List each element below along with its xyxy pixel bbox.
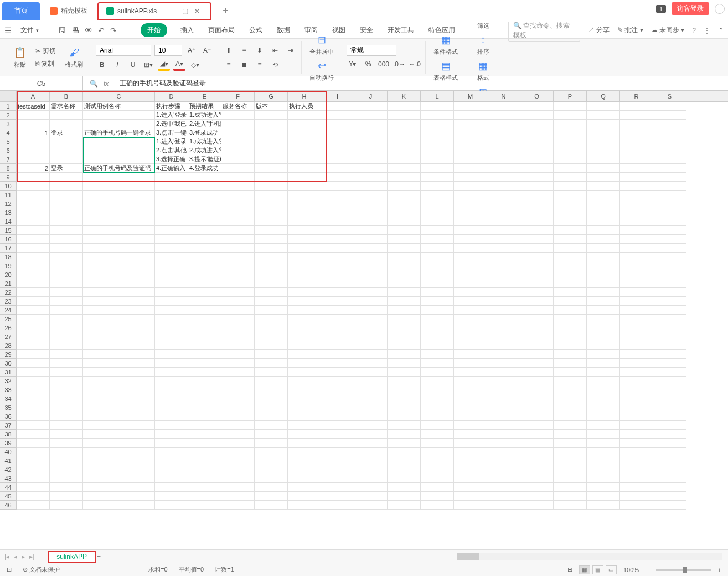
- cell[interactable]: [83, 368, 155, 377]
- cell[interactable]: [221, 288, 255, 297]
- cell[interactable]: [653, 394, 686, 403]
- row-header[interactable]: 5: [0, 137, 17, 146]
- cell[interactable]: [354, 244, 388, 253]
- share-button[interactable]: ↗ 分享: [588, 25, 610, 35]
- cell[interactable]: [188, 288, 221, 297]
- cell[interactable]: [321, 359, 354, 368]
- cell[interactable]: [587, 306, 620, 315]
- cell[interactable]: [554, 270, 587, 279]
- cell[interactable]: [354, 111, 388, 120]
- cell[interactable]: [388, 385, 421, 394]
- cell[interactable]: [587, 323, 620, 332]
- cell[interactable]: [188, 350, 221, 359]
- cell[interactable]: [255, 430, 288, 439]
- cell[interactable]: [221, 368, 255, 377]
- cell[interactable]: [221, 137, 255, 146]
- cell[interactable]: [321, 173, 354, 182]
- cell[interactable]: [50, 377, 83, 385]
- cell[interactable]: [288, 146, 321, 155]
- cell[interactable]: [83, 394, 155, 403]
- cell[interactable]: [321, 306, 354, 315]
- cell[interactable]: [388, 191, 421, 199]
- cell[interactable]: [83, 385, 155, 394]
- collapse-ribbon-icon[interactable]: ⌃: [718, 27, 724, 34]
- cell[interactable]: [421, 474, 454, 483]
- cell[interactable]: [421, 128, 454, 137]
- cell[interactable]: [554, 199, 587, 208]
- cell[interactable]: [620, 164, 653, 173]
- cell[interactable]: [50, 270, 83, 279]
- cell[interactable]: [155, 430, 188, 439]
- cell[interactable]: [221, 474, 255, 483]
- cell[interactable]: [255, 332, 288, 341]
- cell[interactable]: [421, 288, 454, 297]
- cell[interactable]: [17, 456, 50, 465]
- cell[interactable]: [288, 217, 321, 226]
- cell[interactable]: [255, 448, 288, 456]
- cell[interactable]: [388, 253, 421, 261]
- cell[interactable]: [388, 244, 421, 253]
- cell[interactable]: [255, 377, 288, 385]
- col-header[interactable]: D: [155, 91, 188, 101]
- cell[interactable]: [388, 288, 421, 297]
- cell[interactable]: [321, 146, 354, 155]
- cell[interactable]: [653, 377, 686, 385]
- cell[interactable]: [653, 430, 686, 439]
- cell[interactable]: [17, 465, 50, 474]
- cell[interactable]: [554, 350, 587, 359]
- cell[interactable]: [17, 377, 50, 385]
- cell[interactable]: [354, 253, 388, 261]
- view-reading-icon[interactable]: ▭: [606, 565, 617, 574]
- cell[interactable]: [421, 448, 454, 456]
- cell[interactable]: [520, 261, 554, 270]
- cell[interactable]: [321, 155, 354, 164]
- cell[interactable]: [454, 297, 487, 306]
- cell[interactable]: [83, 270, 155, 279]
- tab-close-icon[interactable]: ✕: [192, 7, 203, 16]
- cell[interactable]: [354, 474, 388, 483]
- cell[interactable]: [653, 483, 686, 492]
- cell[interactable]: [255, 182, 288, 191]
- cell[interactable]: [520, 403, 554, 412]
- cell[interactable]: [421, 191, 454, 199]
- cell[interactable]: [587, 155, 620, 164]
- cell[interactable]: [221, 199, 255, 208]
- cell[interactable]: [50, 448, 83, 456]
- cell[interactable]: [17, 332, 50, 341]
- cell[interactable]: [321, 332, 354, 341]
- cell[interactable]: [388, 492, 421, 501]
- cell[interactable]: [554, 155, 587, 164]
- cell[interactable]: [653, 412, 686, 421]
- cell[interactable]: [653, 235, 686, 244]
- cell[interactable]: [421, 359, 454, 368]
- cell[interactable]: [454, 306, 487, 315]
- cell[interactable]: [487, 430, 520, 439]
- cell[interactable]: 2.选中'我已: [155, 120, 188, 128]
- cell[interactable]: [188, 394, 221, 403]
- cell[interactable]: [17, 261, 50, 270]
- tab-add-button[interactable]: +: [223, 5, 229, 17]
- cell[interactable]: [487, 456, 520, 465]
- cell[interactable]: [354, 412, 388, 421]
- cell[interactable]: [388, 465, 421, 474]
- cell[interactable]: [487, 155, 520, 164]
- cell[interactable]: [188, 368, 221, 377]
- cell[interactable]: 正确的手机号码及验证码: [83, 164, 155, 173]
- cell[interactable]: [620, 288, 653, 297]
- zoom-in-icon[interactable]: +: [718, 567, 721, 573]
- cell[interactable]: [454, 456, 487, 465]
- cell[interactable]: [454, 412, 487, 421]
- sheet-nav-prev-icon[interactable]: ◂: [14, 553, 17, 560]
- cell[interactable]: [587, 102, 620, 111]
- cell[interactable]: [83, 306, 155, 315]
- cell[interactable]: [221, 155, 255, 164]
- cell[interactable]: [155, 199, 188, 208]
- cell[interactable]: [520, 350, 554, 359]
- cell[interactable]: [487, 403, 520, 412]
- cell[interactable]: [155, 297, 188, 306]
- cell[interactable]: [388, 448, 421, 456]
- cell[interactable]: [221, 492, 255, 501]
- cell[interactable]: [321, 111, 354, 120]
- cell[interactable]: [83, 253, 155, 261]
- cell[interactable]: [155, 191, 188, 199]
